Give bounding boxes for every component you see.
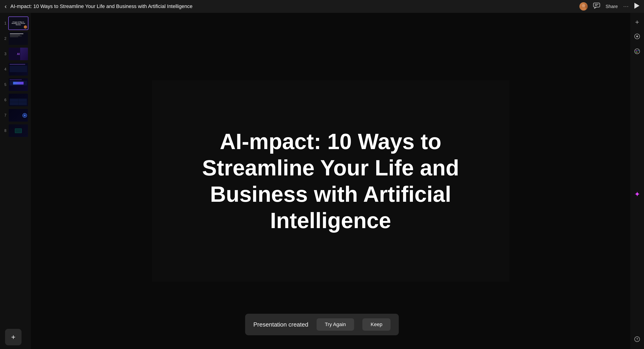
- svg-point-8: [634, 49, 640, 54]
- svg-text:?: ?: [636, 337, 638, 341]
- slide-number-8: 8: [2, 129, 6, 133]
- add-icon[interactable]: +: [635, 18, 639, 26]
- slide-canvas[interactable]: AI-mpact: 10 Ways to Streamline Your Lif…: [152, 80, 509, 282]
- thumb-title-1: AI-mpact: 10 Ways to Streamline Your Lif…: [9, 21, 28, 26]
- try-again-button[interactable]: Try Again: [316, 318, 354, 331]
- svg-point-12: [636, 52, 637, 52]
- slide-item-6[interactable]: 6: [0, 92, 31, 108]
- slide-item-3[interactable]: 3 AI: [0, 46, 31, 62]
- slide-thumb-1[interactable]: AI-mpact: 10 Ways to Streamline Your Lif…: [9, 17, 28, 30]
- svg-point-11: [637, 52, 638, 53]
- slide-item-8[interactable]: 8: [0, 123, 31, 138]
- slide-number-4: 4: [2, 67, 6, 72]
- add-slide-button[interactable]: +: [5, 329, 22, 345]
- thumb-block: [10, 66, 27, 72]
- slide-thumb-2[interactable]: [9, 32, 28, 45]
- sparkle-icon[interactable]: ✦: [634, 190, 640, 198]
- slide-thumb-5[interactable]: [9, 78, 28, 91]
- back-button[interactable]: ‹: [4, 3, 7, 10]
- share-button[interactable]: Share: [606, 4, 618, 9]
- slide-item-7[interactable]: 7: [0, 108, 31, 123]
- thumb-block: [10, 64, 25, 65]
- thumb-line: [10, 36, 22, 36]
- thumb-decoration: [20, 48, 28, 60]
- thumb-decoration: [22, 113, 27, 118]
- thumb-decoration: [10, 125, 27, 136]
- target-icon[interactable]: [634, 34, 640, 41]
- keep-button[interactable]: Keep: [362, 318, 390, 331]
- thumb-block: [10, 98, 27, 105]
- presentation-title: AI-mpact: 10 Ways to Streamline Your Lif…: [10, 4, 576, 10]
- palette-icon[interactable]: [634, 48, 640, 56]
- svg-point-7: [636, 36, 638, 37]
- thumb-grid: [10, 99, 26, 105]
- thumb-line: [10, 37, 18, 37]
- slide-main-title: AI-mpact: 10 Ways to Streamline Your Lif…: [193, 128, 468, 234]
- svg-rect-2: [594, 3, 600, 7]
- right-toolbar: + ✦ ?: [630, 13, 644, 349]
- thumb-line: [10, 35, 20, 35]
- slide-panel: 1 AI-mpact: 10 Ways to Streamline Your L…: [0, 13, 31, 349]
- slide-thumb-6[interactable]: [9, 94, 28, 106]
- thumb-block: [10, 79, 22, 80]
- avatar-image: [580, 2, 588, 10]
- svg-point-10: [638, 50, 638, 51]
- thumb-logo: AI: [17, 52, 20, 56]
- svg-point-9: [636, 50, 637, 51]
- slide-number-7: 7: [2, 113, 6, 118]
- slide-number-6: 6: [2, 98, 6, 102]
- comment-button[interactable]: [593, 3, 600, 10]
- notification-text: Presentation created: [253, 321, 308, 328]
- play-button[interactable]: [634, 3, 640, 10]
- slide-item-5[interactable]: 5: [0, 77, 31, 92]
- thumb-block: [10, 81, 27, 86]
- svg-point-1: [581, 7, 586, 10]
- thumb-line: [10, 34, 23, 34]
- svg-point-0: [582, 4, 585, 7]
- slide-number-3: 3: [2, 52, 6, 56]
- slide-number-2: 2: [2, 37, 6, 41]
- slide-thumb-7[interactable]: [9, 109, 28, 122]
- svg-marker-5: [634, 3, 640, 9]
- top-bar: ‹ AI-mpact: 10 Ways to Streamline Your L…: [0, 0, 644, 13]
- slide-item-2[interactable]: 2: [0, 31, 31, 46]
- top-right-controls: Share ···: [580, 2, 640, 10]
- thumb-avatar-1: [24, 26, 27, 29]
- slide-item-1[interactable]: 1 AI-mpact: 10 Ways to Streamline Your L…: [0, 16, 31, 31]
- slide-item-4[interactable]: 4: [0, 62, 31, 77]
- slide-number-1: 1: [2, 21, 6, 26]
- thumb-chart: [13, 82, 24, 84]
- slide-number-5: 5: [2, 83, 6, 87]
- more-button[interactable]: ···: [624, 4, 629, 10]
- notification-bar: Presentation created Try Again Keep: [245, 314, 399, 335]
- slide-thumb-4[interactable]: [9, 63, 28, 76]
- main-canvas: AI-mpact: 10 Ways to Streamline Your Lif…: [31, 13, 630, 349]
- avatar[interactable]: [580, 2, 588, 10]
- help-icon[interactable]: ?: [634, 336, 640, 344]
- slide-thumb-3[interactable]: AI: [9, 48, 28, 60]
- slide-thumb-8[interactable]: [9, 124, 28, 137]
